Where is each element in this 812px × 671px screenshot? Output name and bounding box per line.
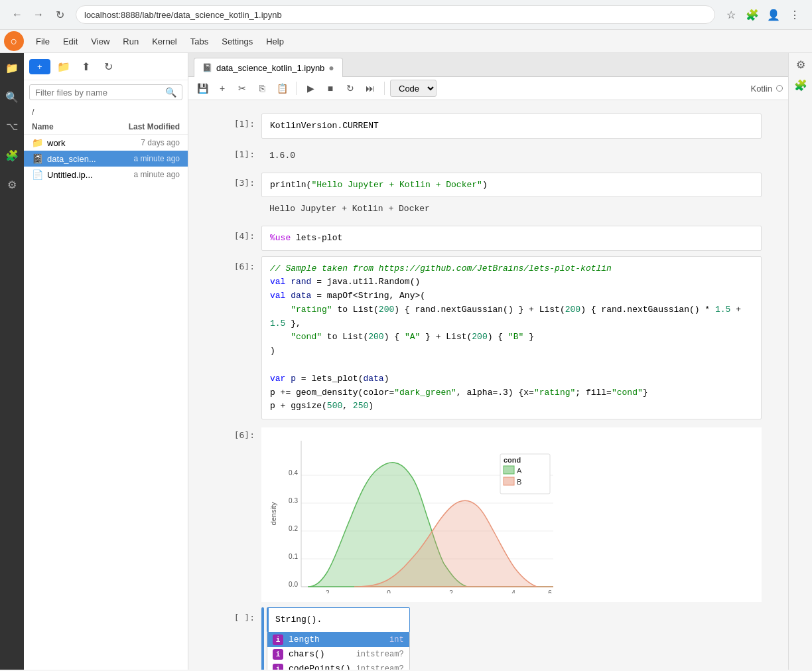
sidebar-icon-settings[interactable]: ⚙: [3, 175, 21, 194]
menu-settings[interactable]: Settings: [215, 34, 259, 49]
reload-button[interactable]: ↻: [50, 5, 69, 24]
main-layout: 📁 🔍 ⌥ 🧩 ⚙ + 📁 ⬆ ↻ 🔍 / Name Last Modified: [0, 53, 812, 670]
upload-button[interactable]: ⬆: [77, 57, 96, 76]
notebook-icon-active: 📓: [32, 153, 43, 164]
sidebar-icon-git[interactable]: ⌥: [3, 117, 21, 135]
file-list-header: Name Last Modified: [24, 119, 188, 135]
cell-4-body: %use lets-plot: [261, 226, 762, 251]
svg-rect-22: [504, 477, 514, 485]
refresh-button[interactable]: ↻: [100, 57, 118, 76]
cell-active-code: String().: [275, 615, 322, 625]
svg-text:B: B: [517, 478, 521, 486]
new-folder-button[interactable]: 📁: [54, 57, 73, 76]
kernel-status-dot: [776, 85, 783, 92]
menu-button[interactable]: ⋮: [785, 5, 804, 24]
notebook-content[interactable]: [1]: KotlinVersion.CURRENT [1]: 1.6.0 [3…: [188, 100, 788, 670]
tab-notebook-icon: 📓: [202, 63, 212, 72]
cell-4-input[interactable]: %use lets-plot: [261, 226, 762, 251]
notebook-tab[interactable]: 📓 data_science_kotlin_1.ipynb ●: [194, 58, 343, 77]
cell-6-chart-body: density 0.0 0.1 0.2 0.3 0.4: [261, 425, 762, 602]
save-button[interactable]: 💾: [194, 80, 211, 97]
file-name-work: work: [47, 138, 137, 148]
cell-6-line-5: "cond" to List(200) { "A" } + List(200) …: [270, 331, 753, 344]
profile-button[interactable]: 👤: [764, 5, 783, 24]
svg-text:0: 0: [387, 589, 391, 593]
cell-6-line-2: val rand = java.util.Random(): [270, 275, 753, 289]
ac-type-chars: intstream?: [356, 650, 404, 659]
ac-item-length[interactable]: i length int: [267, 633, 409, 647]
cell-1-input[interactable]: KotlinVersion.CURRENT: [261, 113, 762, 139]
ac-item-codepoints[interactable]: i codePoints() intstream?: [267, 662, 409, 670]
restart-button[interactable]: ↻: [342, 80, 359, 97]
cell-1: [1]: KotlinVersion.CURRENT: [215, 113, 762, 139]
cell-3-output: Hello Jupyter + Kotlin + Docker: [261, 197, 762, 220]
cell-1-body: KotlinVersion.CURRENT: [261, 113, 762, 139]
notebook-toolbar: 💾 + ✂ ⎘ 📋 ▶ ■ ↻ ⏭ Code Kotlin: [188, 77, 788, 100]
notebook-area: 📓 data_science_kotlin_1.ipynb ● 💾 + ✂ ⎘ …: [188, 53, 788, 670]
chart-container: density 0.0 0.1 0.2 0.3 0.4: [261, 427, 762, 602]
extensions-button[interactable]: 🧩: [743, 5, 762, 24]
cell-active-prompt: [ ]:: [215, 607, 261, 623]
ac-badge-i-2: i: [273, 649, 283, 660]
cell-active: [ ]: String(). i length int: [215, 607, 762, 670]
menu-file[interactable]: File: [29, 34, 56, 49]
browser-nav: ← → ↻: [8, 5, 69, 24]
tab-close-button[interactable]: ●: [328, 62, 334, 73]
ac-name-chars: chars(): [289, 649, 351, 659]
file-item-work[interactable]: 📁 work 7 days ago: [24, 135, 188, 151]
forward-button[interactable]: →: [29, 5, 48, 24]
tab-label: data_science_kotlin_1.ipynb: [216, 63, 324, 73]
notebook-icon: 📄: [32, 169, 43, 180]
menu-edit[interactable]: Edit: [56, 34, 84, 49]
sidebar-icon-search[interactable]: 🔍: [3, 88, 21, 106]
sidebar-icon-extensions[interactable]: 🧩: [3, 146, 21, 165]
browser-actions: ☆ 🧩 👤 ⋮: [722, 5, 804, 24]
ac-name-length: length: [289, 634, 384, 644]
cell-type-select[interactable]: Code: [390, 80, 437, 97]
ac-type-codepoints: intstream?: [356, 664, 404, 670]
paste-button[interactable]: 📋: [273, 80, 291, 97]
svg-text:0.2: 0.2: [289, 525, 298, 532]
cell-6-prompt: [6]:: [215, 256, 261, 420]
ac-name-codepoints: codePoints(): [289, 664, 351, 670]
menu-bar: ○ File Edit View Run Kernel Tabs Setting…: [0, 30, 812, 53]
run-button[interactable]: ▶: [302, 80, 319, 97]
back-button[interactable]: ←: [8, 5, 27, 24]
ac-item-chars[interactable]: i chars() intstream?: [267, 647, 409, 662]
new-file-button[interactable]: +: [29, 59, 50, 74]
cell-6-body: // Sample taken from https://github.com/…: [261, 256, 762, 420]
cell-3-input[interactable]: println("Hello Jupyter + Kotlin + Docker…: [261, 173, 762, 198]
cut-button[interactable]: ✂: [234, 80, 251, 97]
right-icon-settings[interactable]: ⚙: [796, 58, 805, 71]
search-input[interactable]: [35, 88, 163, 98]
run-all-button[interactable]: ⏭: [362, 80, 379, 97]
stop-button[interactable]: ■: [322, 80, 339, 97]
sidebar-icon-files[interactable]: 📁: [3, 58, 21, 77]
menu-run[interactable]: Run: [116, 34, 145, 49]
file-name-data-science: data_scien...: [47, 154, 130, 164]
right-icon-puzzle[interactable]: 🧩: [794, 79, 807, 92]
search-box: 🔍: [29, 84, 182, 100]
file-item-untitled[interactable]: 📄 Untitled.ip... a minute ago: [24, 167, 188, 183]
search-icon: 🔍: [165, 87, 176, 98]
file-item-data-science[interactable]: 📓 data_scien... a minute ago: [24, 151, 188, 167]
copy-button[interactable]: ⎘: [253, 80, 271, 97]
cell-6-output-prompt: [6]:: [215, 425, 261, 602]
svg-text:2: 2: [449, 589, 453, 593]
cell-6-input[interactable]: // Sample taken from https://github.com/…: [261, 256, 762, 420]
cell-6-line-10: p + ggsize(500, 250): [270, 400, 753, 413]
cell-4-prompt: [4]:: [215, 226, 261, 251]
menu-kernel[interactable]: Kernel: [145, 34, 184, 49]
density-chart: density 0.0 0.1 0.2 0.3 0.4: [268, 434, 593, 593]
add-cell-button[interactable]: +: [214, 80, 231, 97]
cell-active-input[interactable]: String().: [267, 607, 410, 633]
bookmark-button[interactable]: ☆: [722, 5, 740, 24]
breadcrumb-text: /: [32, 107, 34, 117]
menu-help[interactable]: Help: [259, 34, 291, 49]
address-bar[interactable]: localhost:8888/lab/tree/data_science_kot…: [76, 5, 715, 24]
breadcrumb: /: [24, 104, 188, 119]
menu-view[interactable]: View: [84, 34, 116, 49]
menu-tabs[interactable]: Tabs: [184, 34, 215, 49]
ac-badge-i-1: i: [273, 634, 283, 645]
kernel-name: Kotlin: [750, 84, 772, 94]
